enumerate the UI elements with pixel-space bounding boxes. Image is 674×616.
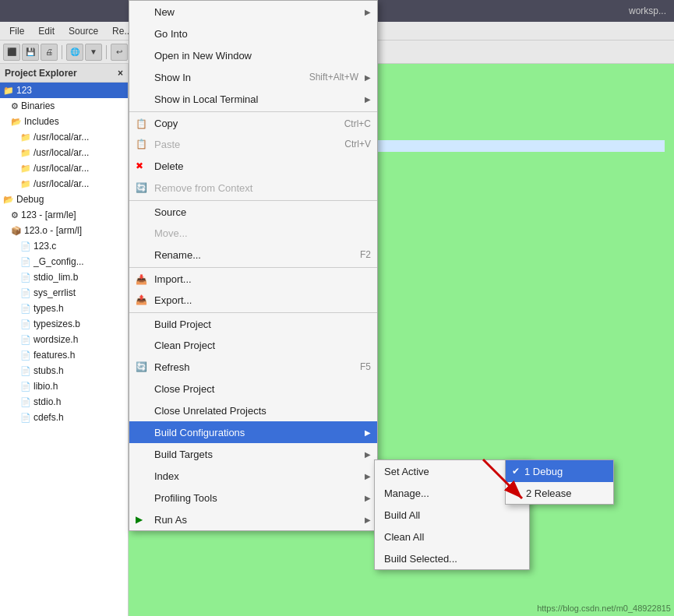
ctx-copy-shortcut: Ctrl+C <box>344 118 371 129</box>
ctx-closeunrelated[interactable]: Close Unrelated Projects <box>129 400 377 421</box>
tree-item-usr4[interactable]: 📁 /usr/local/ar... <box>0 176 128 192</box>
ctx-refresh-shortcut: F5 <box>360 361 371 372</box>
ctx-delete-label: Delete <box>154 160 184 172</box>
ctx-refresh[interactable]: 🔄 Refresh F5 <box>129 356 377 378</box>
ctx-index-label: Index <box>154 470 179 482</box>
toolbar-btn-5[interactable]: ▼ <box>85 44 102 61</box>
ctx-closeproject-label: Close Project <box>154 383 214 395</box>
menu-edit[interactable]: Edit <box>32 24 61 38</box>
ctx-rename[interactable]: Rename... F2 <box>129 244 377 266</box>
ctx-gointo-label: Go Into <box>154 28 188 40</box>
ctx-removectx[interactable]: 🔄 Remove from Context <box>129 177 377 199</box>
ctx-gointo[interactable]: Go Into <box>129 23 377 44</box>
tree-item-libio[interactable]: 📄 libio.h <box>0 378 128 394</box>
menu-file[interactable]: File <box>3 24 30 38</box>
tree-item-123o[interactable]: 📦 123.o - [arm/l] <box>0 223 128 238</box>
ctx-buildproject-label: Build Project <box>154 319 211 330</box>
toolbar-btn-3[interactable]: 🖨 <box>41 44 58 61</box>
tree-item-wordsize[interactable]: 📄 wordsize.h <box>0 332 128 347</box>
ctx-buildconfig-label: Build Configurations <box>154 427 245 438</box>
ctx-paste[interactable]: 📋 Paste Ctrl+V <box>129 133 377 155</box>
tree-item-usr2[interactable]: 📁 /usr/local/ar... <box>0 145 128 160</box>
ctx-showlocal[interactable]: Show in Local Terminal ▶ <box>129 88 377 110</box>
ctx-profilingtools[interactable]: Profiling Tools ▶ <box>129 487 377 509</box>
ctx-export-label: Export... <box>154 294 192 306</box>
ctx-closeproject[interactable]: Close Project <box>129 378 377 400</box>
ctx-openwindow-label: Open in New Window <box>154 50 252 62</box>
file-icon-l: 📄 <box>20 382 31 392</box>
tree-item-stdiolim[interactable]: 📄 stdio_lim.b <box>0 269 128 285</box>
ctx-buildproject[interactable]: Build Project <box>129 312 377 334</box>
tree-item-binaries[interactable]: ⚙ Binaries <box>0 98 128 114</box>
folder-icon-3: 📁 <box>20 164 31 174</box>
ctx-showin-label: Show In <box>154 72 191 83</box>
menu-source[interactable]: Source <box>62 24 104 38</box>
folder-icon: 📁 <box>3 86 14 96</box>
ctx-cleanproject-label: Clean Project <box>154 340 215 351</box>
tree-item-typesizes[interactable]: 📄 typesizes.b <box>0 316 128 332</box>
setactive-debug[interactable]: ✔ 1 Debug <box>506 460 613 482</box>
toolbar-btn-4[interactable]: 🌐 <box>66 44 83 61</box>
ctx-delete[interactable]: ✖ Delete <box>129 155 377 177</box>
setactive-release[interactable]: 2 Release <box>506 482 613 504</box>
ctx-import[interactable]: 📥 Import... <box>129 267 377 289</box>
debug-icon: 📂 <box>3 195 14 205</box>
ctx-showin[interactable]: Show In Shift+Alt+W ▶ <box>129 66 377 88</box>
tree-item-123arm[interactable]: ⚙ 123 - [arm/le] <box>0 207 128 223</box>
tree-item-gconfig[interactable]: 📄 _G_config... <box>0 254 128 269</box>
ctx-runas-arrow: ▶ <box>365 516 371 524</box>
sub-buildselected[interactable]: Build Selected... <box>375 547 529 569</box>
title-text: worksp... <box>629 5 666 16</box>
toolbar-btn-6[interactable]: ↩ <box>111 44 128 61</box>
ctx-new[interactable]: New ▶ <box>129 1 377 23</box>
tree-item-stubs[interactable]: 📄 stubs.h <box>0 363 128 378</box>
tree-item-syserrlist[interactable]: 📄 sys_errlist <box>0 285 128 301</box>
ctx-copy[interactable]: 📋 Copy Ctrl+C <box>129 111 377 133</box>
tree-item-features[interactable]: 📄 features.h <box>0 347 128 363</box>
refresh-icon: 🔄 <box>136 361 147 372</box>
setactive-release-label: 2 Release <box>526 488 572 499</box>
ctx-removectx-label: Remove from Context <box>154 182 252 194</box>
check-debug-icon: ✔ <box>512 466 520 477</box>
file-icon-cd: 📄 <box>20 413 31 423</box>
tree-item-usr1[interactable]: 📁 /usr/local/ar... <box>0 129 128 145</box>
panel-close-icon[interactable]: × <box>118 68 123 79</box>
ctx-export[interactable]: 📤 Export... <box>129 289 377 311</box>
tree-item-stdio[interactable]: 📄 stdio.h <box>0 394 128 410</box>
ctx-profilingtools-label: Profiling Tools <box>154 492 217 504</box>
ctx-runas[interactable]: ▶ Run As ▶ <box>129 509 377 530</box>
ctx-cleanproject[interactable]: Clean Project <box>129 334 377 356</box>
ctx-runas-label: Run As <box>154 514 187 526</box>
ctx-import-label: Import... <box>154 273 192 285</box>
file-icon-w: 📄 <box>20 335 31 345</box>
panel-title: Project Explorer × <box>0 64 128 83</box>
tree-item-123[interactable]: 📁 123 <box>0 83 128 98</box>
tree-item-includes[interactable]: 📂 Includes <box>0 114 128 129</box>
sub-buildall[interactable]: Build All <box>375 504 529 526</box>
sub-buildall-label: Build All <box>384 509 420 521</box>
folder-icon-2: 📁 <box>20 148 31 158</box>
ctx-rename-shortcut: F2 <box>360 249 371 260</box>
ctx-move[interactable]: Move... <box>129 222 377 244</box>
ctx-buildconfig[interactable]: Build Configurations ▶ <box>129 421 377 443</box>
tree-item-usr3[interactable]: 📁 /usr/local/ar... <box>0 160 128 176</box>
ctx-new-arrow: ▶ <box>365 8 371 16</box>
ctx-index[interactable]: Index ▶ <box>129 465 377 487</box>
toolbar-btn-2[interactable]: 💾 <box>22 44 39 61</box>
tree-item-cdefs[interactable]: 📄 cdefs.h <box>0 410 128 425</box>
tree-item-debug[interactable]: 📂 Debug <box>0 192 128 207</box>
ctx-source[interactable]: Source <box>129 200 377 222</box>
import-icon: 📥 <box>136 274 147 285</box>
ctx-source-label: Source <box>154 206 186 218</box>
tree-item-typesh[interactable]: 📄 types.h <box>0 301 128 316</box>
file-icon-f: 📄 <box>20 350 31 361</box>
tree-item-123c[interactable]: 📄 123.c <box>0 238 128 254</box>
file-icon-t: 📄 <box>20 304 31 314</box>
toolbar-btn-1[interactable]: ⬛ <box>3 44 20 61</box>
includes-icon: 📂 <box>11 117 22 127</box>
ctx-buildtargets[interactable]: Build Targets ▶ <box>129 443 377 465</box>
ctx-closeunrelated-label: Close Unrelated Projects <box>154 405 266 417</box>
ctx-paste-label: Paste <box>154 139 180 150</box>
ctx-openwindow[interactable]: Open in New Window <box>129 44 377 66</box>
sub-cleanall[interactable]: Clean All <box>375 526 529 547</box>
